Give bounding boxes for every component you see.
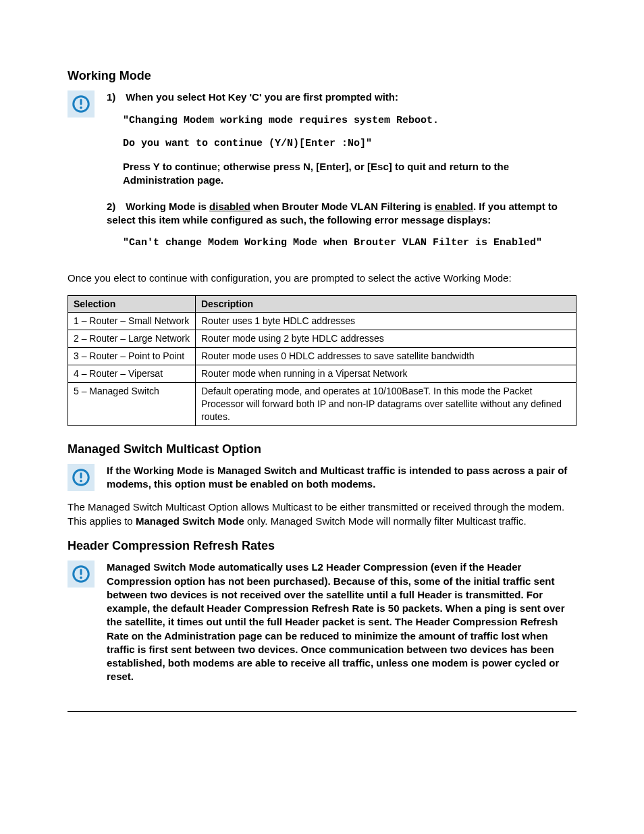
cell-description: Router mode uses 0 HDLC addresses to sav… (195, 348, 576, 365)
cell-selection: 3 – Router – Point to Point (68, 348, 196, 365)
table-row: 4 – Router – Vipersat Router mode when r… (68, 365, 576, 383)
paragraph: The Managed Switch Multicast Option allo… (68, 500, 576, 528)
cell-selection: 1 – Router – Small Network (68, 313, 196, 330)
cell-description: Router mode when running in a Vipersat N… (195, 365, 576, 383)
text: when Brouter Mode VLAN Filtering is (250, 201, 435, 212)
table-row: 2 – Router – Large Network Router mode u… (68, 330, 576, 348)
svg-point-8 (80, 577, 82, 579)
text-bold: Managed Switch Mode (136, 515, 244, 527)
list-item: Working Mode is disabled when Brouter Mo… (107, 200, 576, 251)
table-row: 5 – Managed Switch Default operating mod… (68, 383, 576, 426)
svg-point-5 (80, 479, 82, 482)
cell-selection: 5 – Managed Switch (68, 383, 196, 426)
notice-icon (68, 90, 95, 118)
notice-body: If the Working Mode is Managed Switch an… (107, 464, 576, 492)
notice-icon (68, 561, 95, 588)
exclamation-icon (71, 94, 91, 114)
notice-text: If the Working Mode is Managed Switch an… (107, 465, 567, 490)
item-lead: When you select Hot Key 'C' you are firs… (126, 91, 398, 103)
code-line: Do you want to continue (Y/N)[Enter :No]… (123, 137, 576, 151)
cell-selection: 2 – Router – Large Network (68, 330, 196, 348)
notice-body: When you select Hot Key 'C' you are firs… (107, 90, 576, 262)
table-row: 1 – Router – Small Network Router uses 1… (68, 313, 576, 330)
heading-working-mode: Working Mode (68, 68, 576, 84)
cell-description: Router mode using 2 byte HDLC addresses (195, 330, 576, 348)
notice-text: Managed Switch Mode automatically uses L… (107, 561, 565, 682)
text: Working Mode is (126, 201, 209, 212)
text-underline: disabled (209, 201, 250, 212)
svg-rect-4 (80, 472, 82, 478)
svg-rect-7 (80, 569, 82, 575)
cell-description: Default operating mode, and operates at … (195, 383, 576, 426)
notice-body: Managed Switch Mode automatically uses L… (107, 561, 576, 683)
paragraph: Once you elect to continue with configur… (68, 271, 576, 285)
text-underline: enabled (435, 201, 473, 212)
footer-rule (68, 711, 576, 712)
notice-header-compression: Managed Switch Mode automatically uses L… (68, 561, 576, 683)
working-mode-list: When you select Hot Key 'C' you are firs… (107, 90, 576, 250)
heading-header-compression: Header Compression Refresh Rates (68, 538, 576, 554)
list-item: When you select Hot Key 'C' you are firs… (107, 90, 576, 187)
cell-selection: 4 – Router – Vipersat (68, 365, 196, 383)
code-line: "Changing Modem working mode requires sy… (123, 114, 576, 128)
svg-point-2 (80, 107, 82, 109)
svg-rect-1 (80, 99, 82, 105)
item-tail: Press Y to continue; otherwise press N, … (123, 160, 576, 188)
table-header-selection: Selection (68, 295, 196, 313)
table-header-description: Description (195, 295, 576, 313)
notice-multicast: If the Working Mode is Managed Switch an… (68, 464, 576, 492)
notice-icon (68, 464, 95, 491)
working-mode-table: Selection Description 1 – Router – Small… (68, 295, 576, 426)
code-line: "Can't change Modem Working Mode when Br… (123, 236, 576, 250)
table-row: 3 – Router – Point to Point Router mode … (68, 348, 576, 365)
text: only. Managed Switch Mode will normally … (244, 515, 527, 527)
heading-managed-switch-multicast: Managed Switch Multicast Option (68, 441, 576, 457)
exclamation-icon (71, 467, 91, 488)
item-lead: Working Mode is disabled when Brouter Mo… (107, 201, 558, 226)
exclamation-icon (71, 564, 91, 584)
cell-description: Router uses 1 byte HDLC addresses (195, 313, 576, 330)
notice-working-mode: When you select Hot Key 'C' you are firs… (68, 90, 576, 262)
